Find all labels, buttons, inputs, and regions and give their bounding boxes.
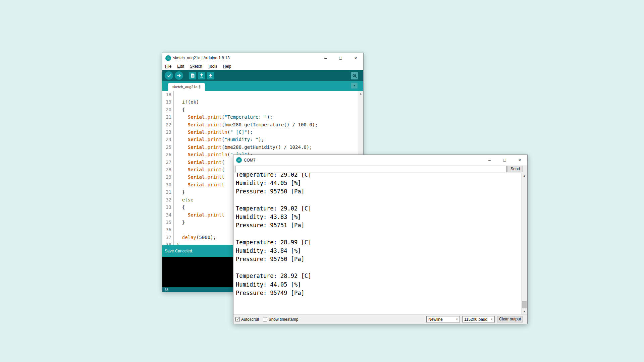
- menu-item-sketch[interactable]: Sketch: [190, 64, 202, 69]
- line-number: 24: [162, 136, 173, 143]
- show-timestamp-label: Show timestamp: [269, 317, 299, 322]
- ide-window-title: sketch_aug21a | Arduino 1.8.13: [173, 56, 230, 60]
- serial-close-button[interactable]: ×: [512, 155, 527, 165]
- menu-item-file[interactable]: File: [165, 64, 171, 69]
- upload-button[interactable]: [175, 71, 183, 80]
- serial-send-row: Send: [233, 166, 527, 173]
- chevron-down-icon: ∨: [453, 318, 458, 321]
- serial-output-area[interactable]: Temperature: 29.02 [C] Humidity: 44.05 […: [234, 173, 527, 314]
- arrow-down-tray-icon: [209, 73, 213, 78]
- check-icon: [167, 74, 171, 77]
- show-timestamp-checkbox[interactable]: [263, 317, 267, 321]
- close-icon: ×: [355, 56, 357, 61]
- minimize-icon: –: [488, 158, 491, 163]
- send-button[interactable]: Send: [507, 166, 523, 172]
- line-number: 35: [162, 219, 173, 226]
- line-number: 18: [162, 91, 173, 98]
- line-number: 31: [162, 188, 173, 196]
- menu-item-edit[interactable]: Edit: [177, 64, 184, 69]
- line-ending-value: Newline: [428, 317, 443, 322]
- line-number: 33: [162, 203, 173, 211]
- arduino-icon: ∞: [165, 55, 171, 61]
- ide-titlebar[interactable]: ∞ sketch_aug21a | Arduino 1.8.13 – □ ×: [162, 53, 363, 63]
- arduino-icon: ∞: [236, 157, 242, 163]
- line-number: 19: [162, 98, 173, 106]
- code-line: Serial.print(bme280.getHumidity() / 1024…: [174, 143, 358, 151]
- maximize-icon: □: [503, 158, 506, 163]
- ide-minimize-button[interactable]: –: [318, 53, 333, 63]
- scrollbar-thumb[interactable]: [522, 301, 527, 308]
- open-sketch-button[interactable]: [198, 72, 205, 79]
- line-number: 25: [162, 143, 173, 151]
- serial-send-input[interactable]: [235, 166, 507, 172]
- line-number: 36: [162, 226, 173, 233]
- code-line: Serial.print("Temperature: ");: [174, 113, 358, 121]
- line-number: 32: [162, 196, 173, 203]
- serial-maximize-button[interactable]: □: [497, 155, 512, 165]
- line-number: 28: [162, 166, 173, 173]
- code-line: Serial.print("Humidity: ");: [174, 136, 358, 143]
- line-number: 23: [162, 128, 173, 136]
- chevron-down-icon: ▼: [353, 84, 356, 87]
- menu-item-help[interactable]: Help: [223, 64, 231, 69]
- new-sketch-button[interactable]: [189, 72, 196, 79]
- line-number: 30: [162, 181, 173, 188]
- ide-tabbar: sketch_aug21a § ▼: [162, 81, 363, 91]
- editor-scroll-up-icon[interactable]: ▴: [358, 91, 363, 96]
- sketch-tab[interactable]: sketch_aug21a §: [168, 83, 205, 91]
- line-number: 27: [162, 159, 173, 166]
- document-icon: [191, 73, 195, 78]
- arrow-up-tray-icon: [200, 73, 204, 78]
- line-number: 26: [162, 151, 173, 158]
- maximize-icon: □: [339, 56, 342, 61]
- scroll-up-icon[interactable]: ▴: [522, 173, 527, 179]
- baud-rate-select[interactable]: 115200 baud ∨: [462, 316, 495, 322]
- verify-button[interactable]: [165, 71, 173, 80]
- line-number-gutter: 1819202122232425262728293031323334353637…: [162, 91, 174, 245]
- ide-close-button[interactable]: ×: [348, 53, 363, 63]
- code-line: if(ok): [174, 98, 358, 106]
- serial-window-title: COM7: [244, 158, 256, 163]
- chevron-down-icon: ∨: [488, 318, 493, 321]
- close-icon: ×: [519, 158, 521, 163]
- line-number: 22: [162, 121, 173, 128]
- serial-footer-bar: ✓ Autoscroll Show timestamp Newline ∨ 11…: [233, 314, 527, 324]
- status-message: Save Canceled.: [165, 249, 193, 253]
- line-number: 38: [162, 241, 173, 245]
- code-line: Serial.println(" [C]");: [174, 128, 358, 136]
- ide-toolbar: [162, 70, 363, 81]
- serial-monitor-button[interactable]: [351, 72, 358, 79]
- menu-item-tools[interactable]: Tools: [208, 64, 217, 69]
- line-number: 37: [162, 234, 173, 241]
- minimize-icon: –: [324, 56, 327, 61]
- line-number: 20: [162, 106, 173, 113]
- serial-minimize-button[interactable]: –: [482, 155, 497, 165]
- clear-output-button[interactable]: Clear output: [497, 316, 523, 322]
- ide-menubar: FileEditSketchToolsHelp: [162, 63, 363, 70]
- serial-titlebar[interactable]: ∞ COM7 – □ ×: [233, 155, 527, 165]
- ide-maximize-button[interactable]: □: [333, 53, 348, 63]
- code-line: [174, 91, 358, 98]
- save-sketch-button[interactable]: [207, 72, 214, 79]
- baud-rate-value: 115200 baud: [464, 317, 487, 322]
- magnifier-icon: [352, 73, 357, 78]
- serial-output-text: Temperature: 29.02 [C] Humidity: 44.05 […: [236, 173, 527, 297]
- arrow-right-icon: [177, 74, 181, 77]
- code-line: {: [174, 106, 358, 113]
- desktop-background: ∞ sketch_aug21a | Arduino 1.8.13 – □ × F…: [0, 0, 644, 362]
- tab-list-button[interactable]: ▼: [351, 83, 358, 88]
- scroll-down-icon[interactable]: ▾: [522, 309, 527, 314]
- line-number: 29: [162, 173, 173, 181]
- line-number: 34: [162, 211, 173, 219]
- current-line-indicator: 38: [165, 288, 168, 292]
- serial-monitor-window: ∞ COM7 – □ × Send Temperature: 29.02 [C]…: [233, 155, 528, 324]
- autoscroll-label: Autoscroll: [241, 317, 259, 322]
- code-line: Serial.print(bme280.getTemperature() / 1…: [174, 121, 358, 128]
- line-ending-select[interactable]: Newline ∨: [426, 316, 460, 322]
- serial-scrollbar[interactable]: ▴ ▾: [521, 173, 527, 314]
- autoscroll-checkbox[interactable]: ✓: [235, 317, 240, 321]
- line-number: 21: [162, 113, 173, 121]
